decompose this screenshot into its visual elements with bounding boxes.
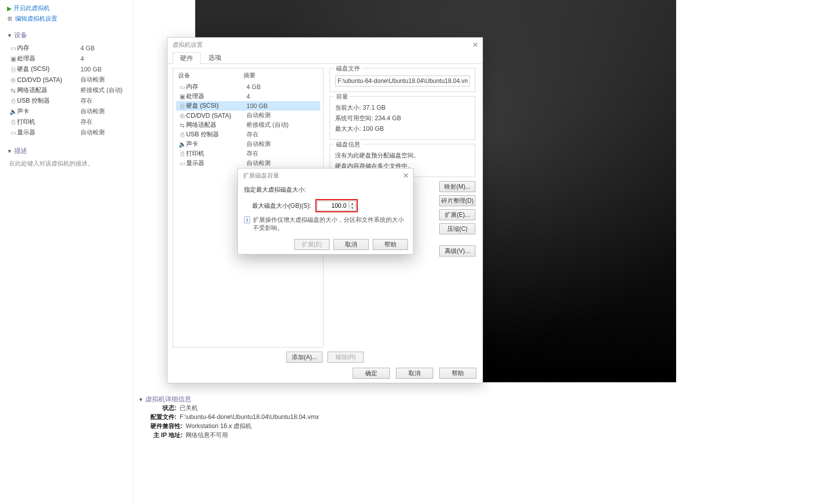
vm-ip-value: 网络信息不可用 [186,431,228,440]
dialog-title: 虚拟机设置 [173,41,203,49]
sidebar-device-row[interactable]: ▣ 处理器 4 [7,53,126,64]
device-icon: ⎙ [9,119,17,126]
expand-disk-dialog: 扩展磁盘容量 ✕ 指定最大虚拟磁盘大小: 最大磁盘大小(GB)(S): ▲▼ i… [237,168,414,255]
expand-dialog-title: 扩展磁盘容量 [243,172,279,180]
hw-summary: 存在 [247,130,259,139]
hw-name: 网络适配器 [186,121,247,129]
hw-header-device: 设备 [178,71,243,80]
device-icon: 🔈 [178,141,186,148]
device-icon: ⎙ [178,150,186,157]
device-value: 存在 [80,118,93,126]
device-value: 100 GB [80,66,102,73]
spinner[interactable]: ▲▼ [349,201,356,211]
edit-vm-settings-link[interactable]: 🛠 编辑虚拟机设置 [2,14,131,24]
device-name: 内存 [17,44,80,52]
device-value: 存在 [80,97,93,105]
max-size-input[interactable] [317,201,349,211]
expand-button[interactable]: 扩展(E)... [439,209,475,220]
sidebar-device-row[interactable]: ▭ 显示器 自动检测 [7,127,126,138]
hw-name: CD/DVD (SATA) [186,112,247,119]
device-icon: ◎ [178,112,186,119]
help-button[interactable]: 帮助 [439,368,476,379]
hw-name: 处理器 [186,92,247,101]
hw-name: 打印机 [186,149,247,158]
spin-up-icon[interactable]: ▲ [349,201,356,206]
info-icon: i [244,216,250,223]
sidebar-device-row[interactable]: ⌸ 硬盘 (SCSI) 100 GB [7,64,126,74]
hw-summary: 桥接模式 (自动) [247,121,289,129]
hw-name: 显示器 [186,159,247,167]
sidebar-device-row[interactable]: ⎙ 打印机 存在 [7,117,126,127]
disk-info-line: 没有为此硬盘预分配磁盘空间。 [335,150,470,161]
hardware-row[interactable]: ⇆ 网络适配器 桥接模式 (自动) [176,120,320,130]
device-icon: ⎙ [178,131,186,138]
hardware-row[interactable]: ⌸ 硬盘 (SCSI) 100 GB [176,101,320,111]
ok-button[interactable]: 确定 [353,368,390,379]
sidebar-device-row[interactable]: ◎ CD/DVD (SATA) 自动检测 [7,74,126,85]
compact-button[interactable]: 压缩(C) [439,223,475,234]
device-icon: ▣ [9,55,17,62]
highlight-box: ▲▼ [315,199,358,212]
expand-info-text: 扩展操作仅增大虚拟磁盘的大小，分区和文件系统的大小不受影响。 [253,216,407,232]
close-icon[interactable]: ✕ [403,172,409,180]
map-button[interactable]: 映射(M)... [439,181,475,192]
sidebar-device-row[interactable]: ⇆ 网络适配器 桥接模式 (自动) [7,85,126,96]
device-name: 打印机 [17,118,80,126]
device-icon: ▭ [178,83,186,91]
device-icon: ▭ [178,160,186,167]
sidebar-device-row[interactable]: ⎙ USB 控制器 存在 [7,96,126,106]
device-icon: ⌸ [178,103,186,110]
vm-description-placeholder[interactable]: 在此处键入对该虚拟机的描述。 [7,158,126,169]
defrag-button[interactable]: 碎片整理(D) [439,195,475,206]
hw-name: 内存 [186,82,247,91]
hw-name: USB 控制器 [186,130,247,139]
advanced-button[interactable]: 高级(V)... [439,245,475,257]
close-icon[interactable]: ✕ [472,41,478,49]
spin-down-icon[interactable]: ▼ [349,206,356,211]
hardware-row[interactable]: ▣ 处理器 4 [176,92,320,101]
hw-summary: 100 GB [247,103,268,110]
disk-info-legend: 磁盘信息 [334,140,362,149]
expand-cancel-button[interactable]: 取消 [334,239,369,250]
device-value: 桥接模式 (自动) [80,86,123,95]
device-name: 硬盘 (SCSI) [17,65,80,73]
device-icon: ⇆ [9,87,17,94]
hw-summary: 自动检测 [247,111,271,120]
hardware-row[interactable]: ◎ CD/DVD (SATA) 自动检测 [176,111,320,120]
vm-details: ▼ 虚拟机详细信息 状态:已关机 配置文件:F:\ubuntu-64-done\… [138,395,641,440]
device-value: 4 [80,55,84,62]
edit-settings-label: 编辑虚拟机设置 [15,15,57,23]
hardware-row[interactable]: ▭ 内存 4 GB [176,82,320,92]
expand-help-button[interactable]: 帮助 [373,239,408,250]
caret-down-icon: ▼ [7,33,12,38]
sidebar-device-row[interactable]: ▭ 内存 4 GB [7,43,126,53]
hardware-row[interactable]: ⎙ USB 控制器 存在 [176,130,320,139]
add-hardware-button[interactable]: 添加(A)... [286,352,322,363]
device-name: 显示器 [17,128,80,137]
device-icon: ⎙ [9,98,17,105]
hw-summary: 4 GB [247,83,261,91]
sidebar-devices-heading[interactable]: ▼ 设备 [7,31,126,40]
settings-tabs: 硬件 选项 [168,52,482,64]
expand-prompt: 指定最大虚拟磁盘大小: [244,186,407,194]
vm-details-heading[interactable]: ▼ 虚拟机详细信息 [138,395,641,404]
sidebar-description-heading[interactable]: ▼ 描述 [7,147,126,155]
remove-hardware-button: 移除(R) [328,352,364,363]
hardware-row[interactable]: ▭ 显示器 自动检测 [176,158,320,168]
power-on-vm-link[interactable]: ▶ 开启此虚拟机 [2,3,131,14]
device-name: 网络适配器 [17,86,80,95]
vm-compat-value: Workstation 16.x 虚拟机 [186,422,252,431]
device-name: USB 控制器 [17,97,80,105]
sidebar-device-row[interactable]: 🔈 声卡 自动检测 [7,106,126,117]
hardware-row[interactable]: ⎙ 打印机 存在 [176,149,320,158]
device-value: 自动检测 [80,107,105,116]
hardware-row[interactable]: 🔈 声卡 自动检测 [176,139,320,149]
cancel-button[interactable]: 取消 [396,368,433,379]
device-value: 4 GB [80,45,95,52]
device-icon: ◎ [9,76,17,83]
disk-file-input[interactable] [335,75,470,87]
tab-hardware[interactable]: 硬件 [173,52,201,64]
device-name: 声卡 [17,107,80,116]
tab-options[interactable]: 选项 [201,52,229,63]
vm-status-value: 已关机 [180,404,198,413]
